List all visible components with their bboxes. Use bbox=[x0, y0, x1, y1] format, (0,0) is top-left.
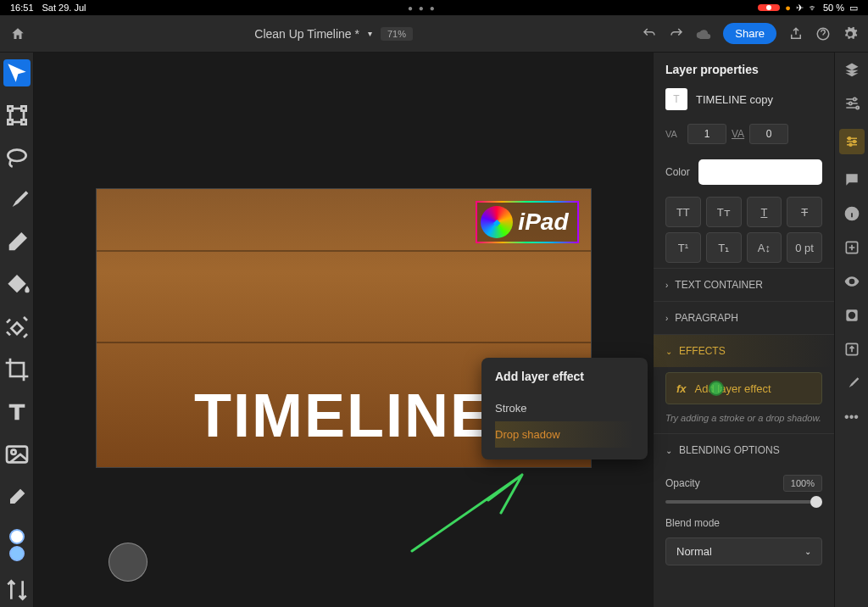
visibility-button[interactable] bbox=[843, 273, 860, 290]
layers-panel-button[interactable] bbox=[843, 61, 860, 78]
svg-point-14 bbox=[848, 312, 854, 319]
canvas-area[interactable]: ◆ iPad TIMELINE ‹ bbox=[34, 53, 653, 607]
home-button[interactable] bbox=[10, 26, 25, 42]
add-layer-effect-button[interactable]: fx Add layer effect bbox=[665, 372, 822, 404]
blend-mode-label: Blend mode bbox=[654, 509, 834, 534]
export-panel-button[interactable] bbox=[843, 341, 860, 358]
strikethrough-button[interactable]: T bbox=[787, 197, 822, 227]
mask-button[interactable] bbox=[843, 307, 860, 324]
status-time: 16:51 bbox=[10, 3, 34, 13]
add-layer-effect-popover: Add layer effect Stroke Drop shadow bbox=[481, 358, 648, 459]
ipad-badge: ◆ iPad bbox=[476, 201, 578, 243]
baseline-icon: VA bbox=[732, 128, 744, 140]
svg-point-3 bbox=[11, 450, 15, 454]
more-button[interactable]: ••• bbox=[843, 409, 860, 426]
battery-icon: ▭ bbox=[849, 3, 858, 14]
section-effects[interactable]: ⌄ EFFECTS bbox=[654, 334, 834, 367]
tracking-label: VA bbox=[665, 129, 682, 139]
status-bar: 16:51 Sat 29. Jul ● ● ● ● ✈ ᯤ 50 % ▭ bbox=[0, 0, 868, 15]
svg-point-9 bbox=[853, 141, 855, 143]
cloud-sync-icon[interactable] bbox=[696, 26, 711, 42]
status-date: Sat 29. Jul bbox=[42, 3, 86, 13]
svg-point-10 bbox=[849, 143, 852, 146]
popover-item-drop-shadow[interactable]: Drop shadow bbox=[495, 421, 634, 448]
tracking-input[interactable] bbox=[687, 124, 726, 144]
chevron-down-icon: ⌄ bbox=[665, 347, 672, 356]
wifi-icon: ᯤ bbox=[809, 3, 818, 13]
share-button[interactable]: Share bbox=[723, 23, 776, 44]
screen-record-indicator[interactable] bbox=[758, 4, 780, 11]
layer-thumbnail: T bbox=[665, 88, 687, 110]
chevron-down-icon[interactable]: ▾ bbox=[368, 29, 372, 38]
app-top-bar: Clean Up Timeline * ▾ 71% Share bbox=[0, 15, 868, 53]
chevron-down-icon: ⌄ bbox=[665, 446, 672, 455]
svg-rect-2 bbox=[7, 447, 27, 463]
fill-tool[interactable] bbox=[3, 271, 31, 298]
multitask-dots-icon[interactable]: ● ● ● bbox=[408, 3, 437, 13]
crop-tool[interactable] bbox=[3, 356, 31, 383]
ipad-badge-text: iPad bbox=[518, 209, 568, 236]
smallcaps-button[interactable]: Tᴛ bbox=[706, 197, 742, 227]
section-text-container[interactable]: › TEXT CONTAINER bbox=[654, 268, 834, 301]
properties-panel-button[interactable] bbox=[839, 129, 865, 154]
svg-point-6 bbox=[849, 102, 851, 104]
opacity-value[interactable]: 100% bbox=[783, 475, 822, 492]
section-paragraph[interactable]: › PARAGRAPH bbox=[654, 301, 834, 334]
place-image-tool[interactable] bbox=[3, 441, 31, 468]
panel-header: Layer properties bbox=[654, 53, 834, 83]
eraser-tool[interactable] bbox=[3, 229, 31, 256]
redo-button[interactable] bbox=[669, 26, 684, 42]
click-indicator bbox=[709, 381, 724, 396]
annotation-arrow bbox=[403, 466, 539, 560]
baseline-input[interactable] bbox=[749, 124, 788, 144]
uppercase-button[interactable]: TT bbox=[665, 197, 701, 227]
baseline-shift-button[interactable]: A↕ bbox=[747, 232, 782, 263]
dnd-icon: ● bbox=[785, 3, 791, 13]
popover-title: Add layer effect bbox=[495, 370, 634, 383]
zoom-level[interactable]: 71% bbox=[381, 27, 413, 41]
battery-text: 50 % bbox=[823, 3, 844, 13]
help-button[interactable] bbox=[815, 26, 831, 42]
transform-tool[interactable] bbox=[3, 102, 31, 129]
left-toolbar bbox=[0, 53, 34, 607]
resolve-logo-icon: ◆ bbox=[481, 206, 513, 238]
export-button[interactable] bbox=[788, 26, 804, 42]
svg-point-5 bbox=[853, 97, 855, 100]
brush-tool[interactable] bbox=[3, 187, 31, 214]
blend-mode-select[interactable]: Normal ⌄ bbox=[665, 537, 822, 565]
svg-point-8 bbox=[848, 137, 850, 140]
chevron-down-icon: ⌄ bbox=[804, 547, 811, 556]
text-color-swatch[interactable] bbox=[698, 159, 822, 185]
active-layer-chip[interactable]: T TIMELINE copy bbox=[654, 83, 834, 120]
opacity-slider[interactable] bbox=[665, 500, 822, 504]
layer-name: TIMELINE copy bbox=[696, 93, 773, 106]
opacity-label: Opacity bbox=[665, 477, 700, 489]
superscript-button[interactable]: T¹ bbox=[665, 232, 701, 263]
lasso-tool[interactable] bbox=[3, 144, 31, 171]
section-blending[interactable]: ⌄ BLENDING OPTIONS bbox=[654, 433, 834, 466]
edit-button[interactable] bbox=[843, 375, 860, 392]
comments-button[interactable] bbox=[843, 171, 860, 188]
eyedropper-tool[interactable] bbox=[3, 483, 31, 510]
popover-item-stroke[interactable]: Stroke bbox=[495, 395, 634, 421]
info-button[interactable] bbox=[843, 205, 860, 222]
underline-button[interactable]: T bbox=[747, 197, 782, 227]
adjustments-button[interactable] bbox=[843, 95, 860, 112]
settings-button[interactable] bbox=[843, 26, 858, 42]
subscript-button[interactable]: T₁ bbox=[706, 232, 742, 263]
timeline-text-layer[interactable]: TIMELINE bbox=[194, 381, 492, 450]
color-label: Color bbox=[665, 166, 690, 178]
type-tool[interactable] bbox=[3, 398, 31, 426]
foreground-background-colors[interactable] bbox=[9, 529, 25, 561]
chevron-right-icon: › bbox=[665, 281, 668, 290]
swap-colors-button[interactable] bbox=[3, 576, 31, 604]
undo-button[interactable] bbox=[642, 26, 657, 42]
baseline-value[interactable]: 0 pt bbox=[787, 232, 822, 263]
heal-tool[interactable] bbox=[3, 314, 31, 341]
touch-indicator bbox=[108, 543, 147, 582]
add-panel-button[interactable] bbox=[843, 239, 860, 256]
properties-panel: Layer properties T TIMELINE copy VA VA C… bbox=[653, 53, 834, 607]
move-tool[interactable] bbox=[3, 59, 31, 86]
chevron-right-icon: › bbox=[665, 314, 668, 323]
document-title[interactable]: Clean Up Timeline * bbox=[254, 27, 359, 41]
